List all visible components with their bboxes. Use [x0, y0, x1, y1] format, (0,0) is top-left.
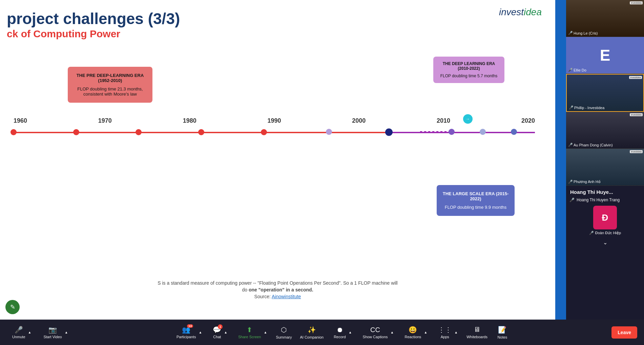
- footer-link[interactable]: Ainowinstitute: [272, 294, 301, 299]
- share-arrow[interactable]: ▲: [263, 330, 268, 334]
- record-arrow[interactable]: ▲: [348, 330, 353, 334]
- record-button-group[interactable]: ⏺ Record ▲: [328, 324, 356, 341]
- participant-phillip: investidea 🎤 Phillip - Investidea: [566, 74, 644, 112]
- investidea-badge-5: investidea: [630, 150, 643, 153]
- slide-container: investidea project challenges (3/3) ck o…: [0, 0, 555, 320]
- notes-button[interactable]: 📝 Notes: [492, 324, 513, 341]
- investidea-badge-3: investidea: [629, 76, 642, 79]
- slide-title: project challenges (3/3): [7, 10, 542, 27]
- investidea-badge-4: investidea: [630, 113, 643, 116]
- summary-button[interactable]: ⬡ Summary: [272, 324, 295, 341]
- whiteboards-button[interactable]: 🖥 Whiteboards: [463, 324, 491, 341]
- slide-footer: S is a standard measure of computing pow…: [0, 280, 555, 299]
- video-button-group[interactable]: 📷 Start Video ▲: [38, 324, 72, 341]
- participant-phuong: investidea 🎤 Phương Anh Hồ: [566, 149, 644, 186]
- participants-arrow[interactable]: ▲: [198, 330, 203, 334]
- captions-button-group[interactable]: CC Show Captions ▲: [357, 324, 398, 341]
- toolbar: 🎤 Unmute ▲ 📷 Start Video ▲ 👥 13 Particip…: [0, 320, 644, 345]
- chevron-down-panel[interactable]: ⌄: [566, 237, 644, 248]
- name-phillip: 🎤 Phillip - Investidea: [569, 105, 604, 110]
- year-labels: 1960 1970 1980 1990 2000 2010 2020: [7, 117, 542, 124]
- participants-button-group[interactable]: 👥 13 Participants ▲: [171, 324, 206, 341]
- section-header: Hoang Thi Huye...: [566, 186, 644, 196]
- card-pre-deep: THE PRE DEEP-LEARNING ERA (1952-2010) FL…: [68, 67, 152, 103]
- unmute-arrow[interactable]: ▲: [27, 330, 32, 334]
- leave-button[interactable]: Leave: [611, 326, 637, 339]
- investidea-badge-1: investidea: [630, 1, 643, 4]
- participant-au: investidea 🎤 Au Pham Dong (Calvin): [566, 112, 644, 149]
- participant-hung: investidea 🎤 Hung Le (Cris): [566, 0, 644, 37]
- ai-companion-button[interactable]: ✨ AI Companion: [296, 324, 327, 341]
- apps-button-group[interactable]: ⋮⋮ Apps ▲: [433, 324, 462, 341]
- slide-subtitle: ck of Computing Power: [7, 28, 542, 40]
- participant-doan: Đ 🎤 Đoàn Đức Hiệp: [566, 204, 644, 237]
- share-screen-button-group[interactable]: ⬆ Share Screen ▲: [233, 324, 271, 341]
- blue-divider: [555, 0, 566, 320]
- right-panel: investidea 🎤 Hung Le (Cris) E 🎤 Ellie Do: [566, 0, 644, 320]
- reactions-arrow[interactable]: ▲: [423, 330, 428, 334]
- unmute-button-group[interactable]: 🎤 Unmute ▲: [7, 324, 35, 341]
- participant-ellie: E 🎤 Ellie Do: [566, 37, 644, 74]
- captions-arrow[interactable]: ▲: [390, 330, 395, 334]
- card-deep-learning: THE DEEP LEARNING ERA (2010-2022) FLOP d…: [433, 57, 504, 83]
- chat-arrow[interactable]: ▲: [223, 330, 228, 334]
- card-large-scale: THE LARGE SCALE ERA (2015-2022) FLOP dou…: [437, 185, 515, 216]
- reactions-button-group[interactable]: 😀 Reactions ▲: [399, 324, 431, 341]
- participant-row-hoang: 🎤 Hoang Thi Huyen Trang: [566, 196, 644, 204]
- name-ellie: 🎤 Ellie Do: [568, 68, 586, 72]
- edit-button[interactable]: ✎: [5, 300, 20, 314]
- chat-button-group[interactable]: 💬 1 Chat ▲: [207, 324, 231, 341]
- slide-logo: investidea: [499, 7, 542, 18]
- video-arrow[interactable]: ▲: [64, 330, 69, 334]
- name-hung: 🎤 Hung Le (Cris): [568, 31, 598, 35]
- name-phuong: 🎤 Phương Anh Hồ: [568, 180, 601, 184]
- apps-arrow[interactable]: ▲: [454, 330, 458, 334]
- timeline-track: [14, 129, 535, 131]
- name-au: 🎤 Au Pham Dong (Calvin): [568, 143, 613, 147]
